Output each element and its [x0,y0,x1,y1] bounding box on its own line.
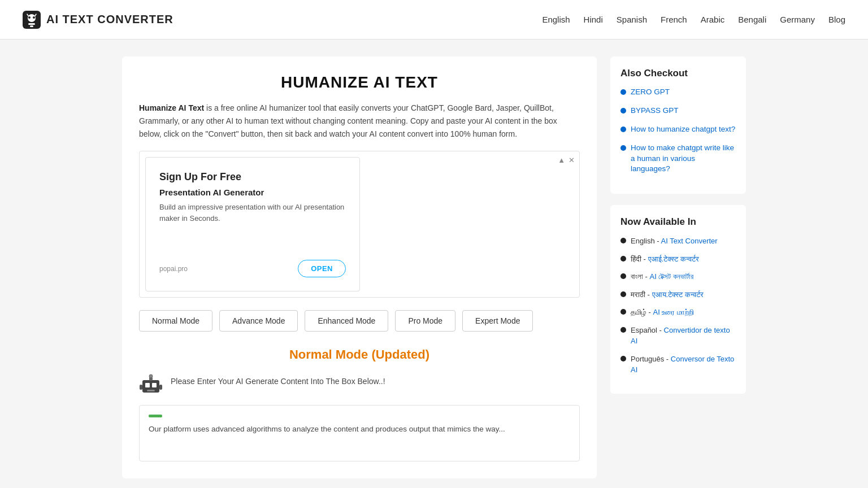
nav-link-english[interactable]: English [542,15,570,24]
available-link[interactable]: AI உரை மாற்றி [653,308,695,316]
nav-link-arabic[interactable]: Arabic [701,15,725,24]
available-item: हिंदी - एआई.टेक्स्ट कन्वर्टर [620,254,736,265]
also-checkout-item: ZERO GPT [620,87,736,98]
available-text: English - AI Text Converter [631,236,718,247]
also-checkout-card: Also Checkout ZERO GPTBYPASS GPTHow to h… [610,56,746,194]
sidebar: Also Checkout ZERO GPTBYPASS GPTHow to h… [610,56,746,478]
bullet-icon [620,238,626,243]
checkout-link[interactable]: How to humanize chatgpt text? [631,124,735,135]
available-item: मराठी - एआय.टेक्स्ट कन्वर्टर [620,289,736,300]
instruction-text: Please Enter Your AI Generate Content In… [171,372,385,386]
svg-point-4 [28,16,31,19]
nav-link-hindi[interactable]: Hindi [584,15,603,24]
logo-icon [23,11,41,29]
available-link[interactable]: Conversor de Texto AI [631,355,734,374]
ad-signup-label: Sign Up For Free [159,171,346,183]
available-item: தமிழ் - AI உரை மாற்றி [620,307,736,318]
main-content: HUMANIZE AI TEXT Humanize AI Text is a f… [122,56,597,478]
bullet-icon [620,127,626,132]
bullet-icon [620,356,626,361]
bullet-icon [620,256,626,262]
bullet-icon [620,309,626,315]
ad-close-icon[interactable]: ✕ [568,156,575,164]
nav-link-spanish[interactable]: Spanish [617,15,647,24]
ad-arrow-icon[interactable]: ▲ [558,156,565,164]
ad-box: Sign Up For Free Presentation AI Generat… [139,151,580,298]
nav-link-blog[interactable]: Blog [828,15,845,24]
svg-rect-2 [28,23,35,25]
also-checkout-item: How to humanize chatgpt text? [620,124,736,135]
nav-link-germany[interactable]: Germany [780,15,815,24]
svg-rect-15 [159,385,162,390]
instruction-row: Please Enter Your AI Generate Content In… [139,372,580,396]
available-item: Español - Convertidor de texto AI [620,325,736,347]
available-text: हिंदी - एआई.टेक्स्ट कन्वर्टर [631,254,699,265]
ad-domain: popai.pro [159,265,188,273]
bullet-icon [620,291,626,297]
main-nav: EnglishHindiSpanishFrenchArabicBengaliGe… [542,15,845,24]
svg-point-13 [149,374,153,378]
bullet-icon [620,108,626,114]
page-title: HUMANIZE AI TEXT [139,73,580,91]
svg-rect-11 [147,390,155,391]
site-header: AI TEXT CONVERTER EnglishHindiSpanishFre… [0,0,868,40]
available-text: Português - Conversor de Texto AI [631,354,736,376]
mode-btn-advance-mode[interactable]: Advance Mode [219,310,298,332]
page-body: HUMANIZE AI TEXT Humanize AI Text is a f… [0,40,868,488]
ad-footer: popai.pro OPEN [159,260,346,277]
available-text: বাংলা - AI টেক্সট কনভার্টার [631,271,693,282]
ad-open-button[interactable]: OPEN [298,260,346,277]
text-area-box: Our platform uses advanced algorithms to… [139,405,580,461]
ad-inner: Sign Up For Free Presentation AI Generat… [145,157,360,291]
mode-btn-normal-mode[interactable]: Normal Mode [139,310,212,332]
checkout-link[interactable]: BYPASS GPT [631,106,679,116]
bullet-icon [620,273,626,279]
available-item: বাংলা - AI টেক্সট কনভার্টার [620,271,736,282]
intro-bold: Humanize AI Text [139,103,204,112]
also-checkout-item: BYPASS GPT [620,106,736,116]
svg-rect-14 [140,385,142,390]
robot-icon [139,372,163,396]
mode-btn-enhanced-mode[interactable]: Enhanced Mode [305,310,388,332]
mode-buttons-group: Normal ModeAdvance ModeEnhanced ModePro … [139,310,580,332]
available-text: मराठी - एआय.टेक्स्ट कन्वर्टर [631,289,704,300]
available-text: Español - Convertidor de texto AI [631,325,736,347]
logo-text: AI TEXT CONVERTER [46,13,173,26]
mode-btn-pro-mode[interactable]: Pro Mode [395,310,455,332]
available-item: English - AI Text Converter [620,236,736,247]
available-link[interactable]: AI Text Converter [661,237,717,245]
also-checkout-title: Also Checkout [620,68,736,79]
platform-bar [149,415,570,417]
logo-link[interactable]: AI TEXT CONVERTER [23,11,173,29]
available-item: Português - Conversor de Texto AI [620,354,736,376]
svg-rect-9 [145,383,150,387]
svg-rect-3 [30,25,33,27]
checkout-link[interactable]: How to make chatgpt write like a human i… [631,143,736,175]
available-card: Now Available In English - AI Text Conve… [610,205,746,394]
section-heading: Normal Mode (Updated) [139,347,580,362]
available-link[interactable]: Convertidor de texto AI [631,326,730,346]
ad-controls[interactable]: ▲ ✕ [558,156,575,164]
available-link[interactable]: एआय.टेक्स्ट कन्वर्टर [652,290,704,299]
intro-paragraph: Humanize AI Text is a free online AI hum… [139,102,580,141]
available-title: Now Available In [620,216,736,228]
also-checkout-item: How to make chatgpt write like a human i… [620,143,736,175]
svg-point-5 [33,16,35,19]
checkout-link[interactable]: ZERO GPT [631,87,670,98]
bullet-icon [620,327,626,333]
nav-link-french[interactable]: French [661,15,687,24]
text-area-content: Our platform uses advanced algorithms to… [149,423,570,435]
ad-product-label: Presentation AI Generator [159,188,346,197]
nav-link-bengali[interactable]: Bengali [738,15,766,24]
bullet-icon [620,89,626,95]
available-items: English - AI Text Converterहिंदी - एआई.ट… [620,236,736,376]
mode-btn-expert-mode[interactable]: Expert Mode [462,310,533,332]
available-link[interactable]: AI টেক্সট কনভার্টার [650,272,694,281]
svg-rect-10 [152,383,157,387]
platform-indicator [149,415,162,417]
bullet-icon [620,145,626,151]
available-link[interactable]: एआई.टेक्स्ट कन्वर्टर [648,255,699,263]
available-text: தமிழ் - AI உரை மாற்றி [631,307,694,318]
ad-desc: Build an impressive presentation with ou… [159,202,346,224]
also-checkout-links: ZERO GPTBYPASS GPTHow to humanize chatgp… [620,87,736,175]
